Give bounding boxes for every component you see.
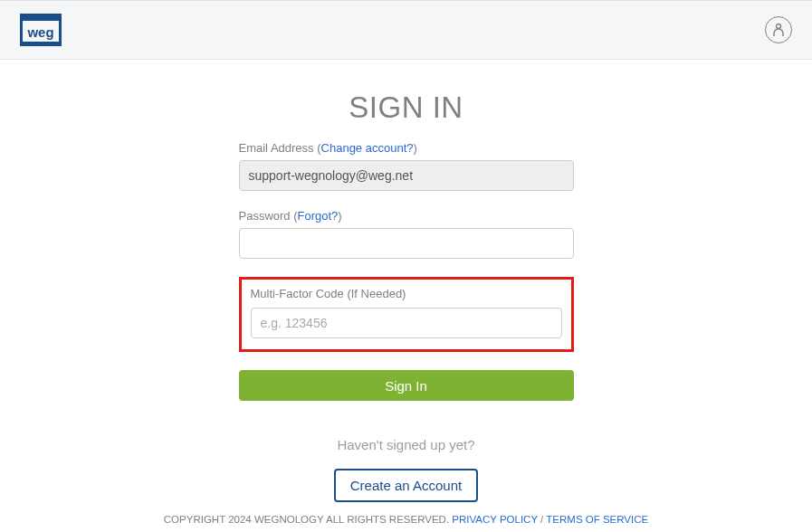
copyright-text: COPYRIGHT 2024 WEGNOLOGY ALL RIGHTS RESE… [164, 514, 449, 525]
signin-form: Email Address (Change account?) Password… [239, 141, 574, 502]
mfa-code-input[interactable] [251, 308, 562, 338]
email-label-row: Email Address (Change account?) [239, 141, 574, 155]
footer: COPYRIGHT 2024 WEGNOLOGY ALL RIGHTS RESE… [0, 514, 812, 525]
terms-of-service-link[interactable]: TERMS OF SERVICE [546, 514, 648, 525]
svg-text:weg: weg [26, 24, 53, 40]
svg-rect-1 [20, 14, 23, 46]
user-menu-icon[interactable] [765, 16, 792, 43]
svg-rect-0 [20, 14, 62, 21]
create-account-button[interactable]: Create an Account [334, 469, 478, 502]
svg-point-5 [777, 24, 781, 29]
password-label-row: Password (Forgot?) [239, 209, 574, 223]
password-label: Password [239, 209, 291, 223]
password-group: Password (Forgot?) [239, 209, 574, 259]
privacy-policy-link[interactable]: PRIVACY POLICY [452, 514, 538, 525]
email-group: Email Address (Change account?) [239, 141, 574, 191]
mfa-label: Multi-Factor Code (If Needed) [251, 287, 562, 300]
page-title: SIGN IN [349, 90, 463, 125]
forgot-password-link[interactable]: Forgot? [298, 209, 339, 223]
signin-button[interactable]: Sign In [239, 370, 574, 401]
password-input[interactable] [239, 228, 574, 259]
email-input[interactable] [239, 160, 574, 191]
mfa-group-highlighted: Multi-Factor Code (If Needed) [239, 277, 574, 352]
signup-prompt: Haven't signed up yet? [239, 437, 574, 452]
change-account-link[interactable]: Change account? [321, 141, 414, 155]
weg-logo[interactable]: weg [20, 14, 62, 46]
main-content: SIGN IN Email Address (Change account?) … [0, 60, 812, 502]
email-label: Email Address [239, 141, 314, 155]
header-bar: weg [0, 0, 812, 60]
svg-rect-2 [59, 14, 62, 46]
svg-rect-3 [20, 42, 62, 46]
